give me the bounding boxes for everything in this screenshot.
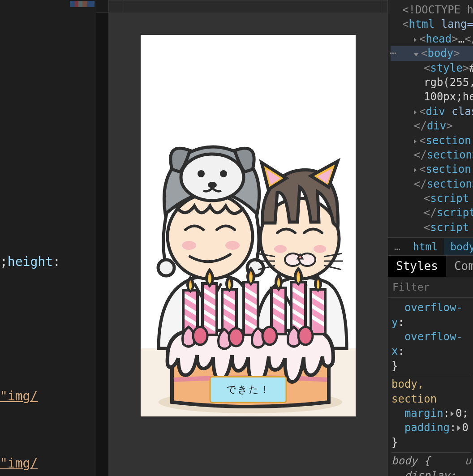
dom-doctype[interactable]: <!DOCTYPE ht — [402, 4, 473, 16]
preview-column: できた！ — [96, 0, 388, 476]
breadcrumb-more[interactable]: … — [388, 238, 407, 255]
dom-style-tag[interactable]: style — [430, 62, 462, 74]
code-string: "img/ — [0, 456, 38, 471]
editor-pane: ;height: "img/ "img/ — [0, 0, 96, 476]
svg-point-11 — [274, 245, 287, 253]
svg-point-2 — [182, 241, 196, 250]
expand-icon[interactable] — [414, 168, 417, 172]
svg-point-6 — [220, 170, 227, 177]
svg-point-30 — [193, 327, 207, 345]
done-button[interactable]: できた！ — [210, 376, 287, 403]
tab-computed[interactable]: Comp — [446, 256, 473, 277]
dom-div-tag[interactable]: div — [426, 105, 445, 118]
expand-icon[interactable] — [414, 139, 417, 144]
css-rule[interactable]: body {u display: bl — [391, 453, 471, 476]
styles-tabs: Styles Comp — [388, 256, 473, 277]
breadcrumb[interactable]: … html body — [388, 238, 473, 256]
svg-point-32 — [262, 327, 277, 345]
expand-icon[interactable] — [414, 38, 417, 42]
svg-point-3 — [225, 241, 240, 250]
svg-point-33 — [298, 327, 313, 345]
code-line[interactable]: "img/ — [0, 389, 38, 403]
dom-style-text: rgb(255, — [424, 76, 473, 89]
dom-style-text: 100px;hei — [424, 90, 473, 103]
code-punct: ; — [0, 254, 8, 269]
code-line[interactable]: ;height: — [0, 254, 60, 269]
dom-head-tag[interactable]: head — [426, 33, 452, 45]
svg-point-14 — [299, 253, 315, 266]
styles-filter-input[interactable] — [392, 281, 469, 293]
svg-point-4 — [181, 154, 244, 201]
expand-icon[interactable] — [457, 425, 460, 431]
expand-icon[interactable] — [414, 110, 417, 115]
code-line[interactable]: "img/ — [0, 456, 38, 471]
collapse-icon[interactable] — [414, 53, 418, 56]
editor-minimap[interactable] — [70, 1, 95, 7]
svg-point-12 — [314, 245, 326, 253]
svg-point-7 — [208, 182, 217, 188]
css-rule[interactable]: body, section margin:0; padding:0 } — [391, 376, 471, 453]
svg-point-31 — [229, 328, 243, 346]
dom-script-tag[interactable]: script — [430, 221, 469, 234]
devtools-panel: <!DOCTYPE ht <html lang=" <head>…</he <b… — [388, 0, 473, 476]
code-string: "img/ — [0, 389, 38, 403]
preview-toolbar[interactable] — [108, 0, 388, 13]
preview-viewport: できた！ — [108, 13, 388, 476]
elements-tree[interactable]: <!DOCTYPE ht <html lang=" <head>…</he <b… — [388, 0, 473, 238]
dom-script-tag[interactable]: script — [430, 192, 469, 205]
preview-illustration — [141, 35, 356, 416]
styles-filter-row — [388, 277, 473, 298]
breadcrumb-html[interactable]: html — [407, 238, 444, 255]
dom-body-tag[interactable]: <body> == $ — [391, 46, 473, 60]
code-punct: : — [53, 254, 60, 269]
expand-icon[interactable] — [451, 411, 454, 416]
dom-html-attr: lang=" — [441, 18, 473, 30]
tab-styles[interactable]: Styles — [388, 256, 446, 277]
svg-point-5 — [198, 170, 205, 177]
styles-rules[interactable]: overflow-y: overflow-x: } body, section … — [388, 298, 473, 476]
svg-point-8 — [158, 260, 174, 276]
preview-canvas: できた！ — [141, 35, 356, 416]
css-rule[interactable]: overflow-y: overflow-x: } — [391, 300, 471, 376]
preview-gutter — [96, 0, 108, 13]
breadcrumb-body[interactable]: body — [444, 238, 473, 255]
dom-section-tag[interactable]: section — [426, 134, 471, 147]
dom-html-tag[interactable]: html — [408, 18, 434, 30]
dom-section-tag[interactable]: section — [426, 163, 471, 176]
code-property: height — [8, 254, 53, 269]
